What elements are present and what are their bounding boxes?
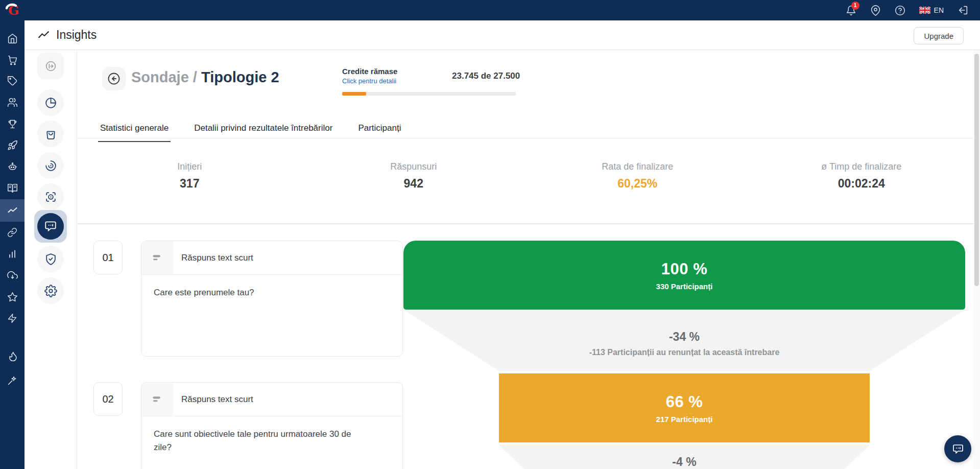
logout-button[interactable] <box>958 5 969 16</box>
stat-value: 317 <box>78 177 302 191</box>
cloud-download-icon <box>7 270 18 281</box>
gauge-spiral-icon <box>44 159 57 172</box>
breadcrumb-parent[interactable]: Sondaje / <box>131 69 197 85</box>
funnel-stage-participants: 330 Participanți <box>656 282 713 291</box>
rail-item-settings[interactable] <box>37 277 64 304</box>
credits-value: 23.745 de 27.500 <box>452 71 605 81</box>
help-icon <box>895 5 905 16</box>
question-card[interactable]: Răspuns text scurt Care sunt obiectivele… <box>141 382 403 469</box>
sidebar-item-contacts[interactable] <box>0 91 25 113</box>
question-type-iconbox <box>141 383 173 416</box>
credits-progress-track <box>342 92 516 96</box>
question-type-label: Răspuns text scurt <box>181 253 253 263</box>
language-label: EN <box>934 6 944 14</box>
funnel-chart: 100 % 330 Participanți -34 % -113 Partic… <box>403 241 965 469</box>
help-button[interactable] <box>895 5 905 16</box>
funnel-drop-percent: -34 % <box>669 330 700 344</box>
sidebar-item-rewards[interactable] <box>0 112 25 135</box>
question-text: Care este prenumele tau? <box>141 275 402 311</box>
sidebar-item-magic[interactable] <box>0 369 25 392</box>
short-text-icon <box>152 394 163 405</box>
lightning-icon <box>7 313 17 323</box>
main-content: Sondaje / Tipologie 2 Credite rămase Cli… <box>78 50 973 469</box>
shield-check-icon <box>44 253 57 266</box>
settings-gear-icon <box>44 285 57 297</box>
sidebar-item-tags[interactable] <box>0 69 25 92</box>
stats-divider <box>78 223 973 224</box>
stat-raspunsuri: Răspunsuri 942 <box>302 161 526 191</box>
stat-value: 60,25% <box>525 177 750 191</box>
funnel-drop-percent: -4 % <box>672 455 696 469</box>
funnel-stage-2[interactable]: 66 % 217 Participanți <box>499 373 870 442</box>
rail-item-privacy[interactable] <box>37 246 64 272</box>
question-number-chip: 02 <box>93 382 123 416</box>
credits-progress-fill <box>342 92 366 96</box>
credits-widget: Credite rămase Click pentru detalii 23.7… <box>342 67 516 85</box>
funnel-stage-participants: 217 Participanți <box>656 415 713 424</box>
sidebar-item-favorites[interactable] <box>0 286 25 308</box>
insights-trend-icon <box>7 205 18 216</box>
stat-label: Răspunsuri <box>302 161 526 172</box>
main-sidebar <box>0 20 25 469</box>
rail-item-surveys[interactable] <box>34 210 67 243</box>
rail-item-sessions[interactable] <box>37 152 64 179</box>
sidebar-item-reports[interactable] <box>0 243 25 265</box>
funnel-drop-note: -113 Participanții au renunțat la aceast… <box>589 348 780 357</box>
brand-g-icon: G <box>5 3 20 18</box>
rail-item-orders[interactable] <box>37 121 64 147</box>
question-number-chip: 01 <box>93 241 123 274</box>
location-button[interactable] <box>870 5 881 16</box>
funnel-stage-1[interactable]: 100 % 330 Participanți <box>403 241 965 310</box>
logout-icon <box>958 5 969 16</box>
funnel-drop-2: -4 % <box>499 445 870 469</box>
book-icon <box>7 183 18 194</box>
stat-value: 942 <box>302 177 526 191</box>
scan-focus-icon <box>44 191 57 203</box>
question-text: Care sunt obiectivele tale pentru urmato… <box>141 416 381 466</box>
topbar: G 1 EN <box>0 0 980 20</box>
star-icon <box>7 292 18 302</box>
tabs-divider <box>78 138 973 138</box>
app-logo[interactable]: G <box>0 0 25 20</box>
sidebar-item-exports[interactable] <box>0 264 25 287</box>
sidebar-item-automations[interactable] <box>0 307 25 330</box>
sidebar-item-campaigns[interactable] <box>0 134 25 156</box>
stat-initieri: Inițieri 317 <box>78 161 302 191</box>
stat-rata-finalizare: Rata de finalizare 60,25% <box>525 161 750 191</box>
sidebar-item-home[interactable] <box>0 27 25 50</box>
pie-chart-icon <box>44 97 57 109</box>
scrollbar-thumb[interactable] <box>974 54 979 286</box>
stat-value: 00:02:24 <box>750 177 974 191</box>
breadcrumb: Sondaje / Tipologie 2 <box>131 69 279 86</box>
rail-item-tracking[interactable] <box>37 183 64 210</box>
sidebar-item-shop[interactable] <box>0 49 25 71</box>
location-pin-icon <box>870 5 881 16</box>
page-header: Insights Upgrade <box>25 20 980 50</box>
sidebar-item-links[interactable] <box>0 221 25 244</box>
sidebar-item-insights[interactable] <box>0 199 25 222</box>
question-type-iconbox <box>141 241 173 274</box>
question-type-label: Răspuns text scurt <box>181 394 253 405</box>
rail-item-analytics[interactable] <box>37 89 64 116</box>
uk-flag-icon <box>919 7 930 14</box>
question-card[interactable]: Răspuns text scurt Care este prenumele t… <box>141 241 403 357</box>
stat-timp-finalizare: ø Timp de finalizare 00:02:24 <box>750 161 974 191</box>
stats-row: Inițieri 317 Răspunsuri 942 Rata de fina… <box>78 161 973 191</box>
sidebar-item-library[interactable] <box>0 177 25 199</box>
flame-icon <box>7 350 18 361</box>
collapse-panel-button[interactable] <box>37 53 64 79</box>
chat-bubble-icon <box>952 443 964 455</box>
language-selector[interactable]: EN <box>919 6 944 14</box>
arrow-left-circle-icon <box>107 72 121 86</box>
back-button[interactable] <box>102 67 126 90</box>
sidebar-item-trending[interactable] <box>0 344 25 367</box>
chat-fab-button[interactable] <box>944 435 971 462</box>
upgrade-button[interactable]: Upgrade <box>914 27 964 44</box>
notifications-button[interactable]: 1 <box>846 5 856 16</box>
shopping-bag-icon <box>44 128 57 140</box>
sidebar-item-bot[interactable] <box>0 155 25 178</box>
stat-label: Rata de finalizare <box>525 161 750 172</box>
funnel-stage-percent: 66 % <box>666 393 703 411</box>
trophy-icon <box>7 119 18 129</box>
short-text-icon <box>152 252 163 264</box>
